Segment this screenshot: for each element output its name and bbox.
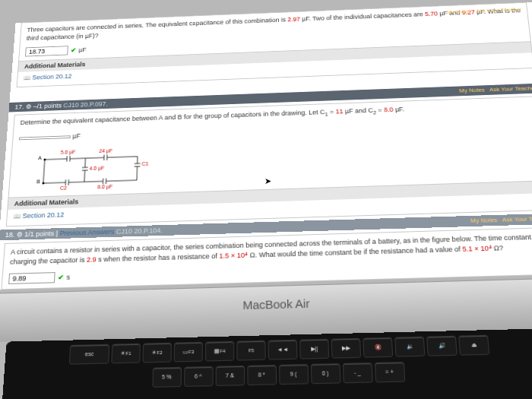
svg-line-16 (43, 183, 65, 184)
ask-teacher-link[interactable]: Ask Your Teacher (489, 85, 532, 93)
svg-line-11 (85, 159, 86, 168)
key-f2: ☀F2 (142, 342, 171, 363)
question-17: Determine the equivalent capacitance bet… (6, 96, 532, 226)
check-icon: ✔ (58, 273, 65, 280)
key-f7: ▶|| (299, 338, 329, 359)
key-f1: ☀F1 (111, 343, 141, 363)
key-esc: esc (69, 344, 109, 364)
key-minus: - _ (342, 363, 372, 383)
svg-line-15 (43, 160, 45, 183)
key-f3: ▭F3 (174, 341, 203, 362)
svg-line-14 (84, 171, 85, 182)
key-9: 9 ( (278, 364, 308, 385)
previous-answers-link[interactable]: Previous Answers (59, 228, 114, 237)
key-f4: ▦F4 (205, 340, 234, 361)
circuit-diagram: A B 5.0 µF 24 µF 4.0 µF C1 C2 8.0 µF (39, 145, 175, 192)
key-equals: = + (374, 362, 405, 382)
key-5: 5 % (152, 366, 182, 387)
svg-line-6 (107, 157, 138, 157)
svg-line-0 (45, 159, 67, 160)
my-notes-link[interactable]: My Notes (446, 8, 471, 15)
key-0: 0 ) (310, 363, 340, 384)
key-f12: ⏏ (458, 334, 489, 355)
key-8: 8 * (247, 365, 277, 385)
svg-line-19 (68, 182, 103, 182)
key-f8: ▶▶ (331, 337, 362, 358)
svg-point-24 (42, 182, 44, 185)
key-f11: 🔊 (426, 335, 458, 356)
key-f6: ◄◄ (268, 339, 298, 359)
svg-line-10 (137, 167, 138, 181)
key-f9: 🔇 (363, 337, 393, 357)
answer-input[interactable] (19, 136, 71, 141)
ebook-link[interactable]: Section 20.12 (13, 211, 64, 220)
ask-teacher-link[interactable]: Ask Your Teacher (502, 215, 532, 223)
ebook-link[interactable]: Section 20.12 (24, 73, 72, 81)
mouse-cursor-icon: ➤ (264, 176, 271, 186)
answer-input[interactable]: 9.89 (8, 272, 55, 284)
key-f5: F5 (236, 340, 265, 360)
my-notes-link[interactable]: My Notes (459, 87, 485, 93)
svg-point-23 (43, 159, 46, 161)
key-6: 6 ^ (183, 366, 213, 386)
svg-line-3 (70, 158, 104, 159)
my-notes-link[interactable]: My Notes (470, 217, 498, 224)
question-number: 17. ⚙ (14, 103, 33, 111)
check-icon: ✔ (71, 47, 77, 54)
svg-line-22 (106, 181, 137, 182)
key-7: 7 & (215, 366, 245, 386)
key-f10: 🔉 (394, 336, 425, 356)
answer-input[interactable]: 18.73 (25, 46, 68, 56)
question-number: 18. (5, 231, 14, 239)
